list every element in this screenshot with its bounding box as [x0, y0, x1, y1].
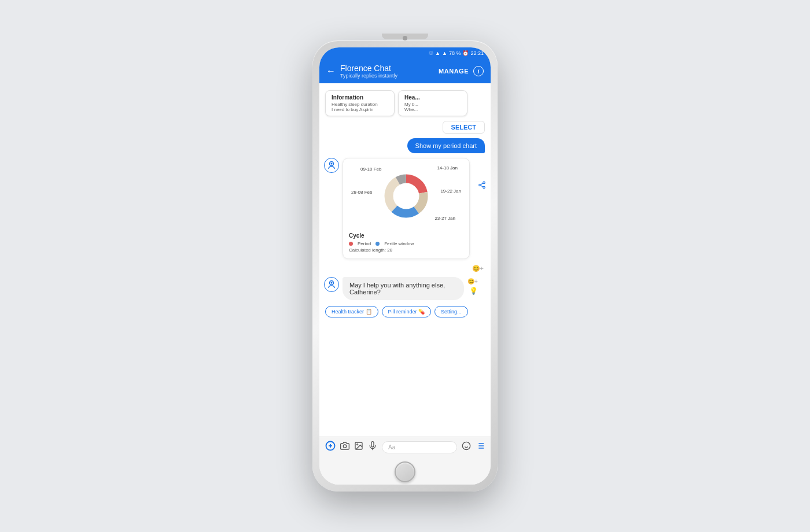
input-bar: Aa: [319, 437, 491, 457]
label-19-22-jan: 19-22 Jan: [440, 189, 461, 194]
pill-reminder-chip[interactable]: Pill reminder 💊: [382, 306, 432, 317]
quick-chips-row: Health tracker 📋 Pill reminder 💊 Setting…: [319, 302, 491, 321]
bot-avatar-text: [324, 277, 339, 292]
user-bubble: Show my period chart: [407, 138, 485, 153]
chat-title: Florence Chat: [340, 64, 434, 73]
phone-device: ☉ ▲ ▲ 78 % ⏰ 22:21 ← Florence Chat Typic…: [312, 40, 498, 492]
card-title-2: Hea...: [404, 94, 461, 101]
plus-button[interactable]: [325, 441, 336, 453]
svg-point-20: [357, 444, 358, 445]
chat-area: Information Healthy sleep duration I nee…: [319, 83, 491, 437]
chat-subtitle: Typically replies instantly: [340, 73, 434, 79]
card-line-2: I need to buy Aspirin: [332, 107, 388, 112]
status-icons: ☉ ▲ ▲ 78 % ⏰ 22:21: [429, 50, 484, 56]
svg-point-8: [483, 182, 485, 184]
period-label: Period: [358, 241, 371, 246]
select-button[interactable]: SELECT: [443, 121, 485, 134]
info-button[interactable]: i: [473, 66, 484, 76]
menu-button[interactable]: [476, 441, 485, 453]
alarm-icon: ⏰: [462, 50, 469, 56]
message-bulb-icon[interactable]: 💡: [469, 287, 478, 295]
svg-point-14: [331, 282, 333, 284]
app-header: ← Florence Chat Typically replies instan…: [319, 59, 491, 83]
camera-dot: [403, 36, 407, 40]
label-28-08-feb: 28-08 Feb: [351, 190, 372, 195]
message-actions: 😊+ 💡: [467, 277, 478, 295]
bot-text-row: May I help you with anything else, Cathe…: [319, 275, 491, 302]
chart-bot-row: 14-18 Jan 19-22 Jan 23-27 Jan 28-08 Feb …: [319, 156, 491, 265]
status-bar: ☉ ▲ ▲ 78 % ⏰ 22:21: [319, 47, 491, 59]
health-tracker-chip[interactable]: Health tracker 📋: [325, 306, 378, 317]
card-title-1: Information: [332, 94, 388, 101]
emoji-button[interactable]: [462, 441, 471, 453]
camera-button[interactable]: [340, 441, 349, 453]
home-button[interactable]: [395, 461, 415, 482]
card-line-3: My b...: [404, 102, 461, 107]
quick-reply-card-2[interactable]: Hea... My b... Whe...: [398, 90, 467, 116]
svg-point-9: [479, 184, 481, 186]
quick-reply-card-1[interactable]: Information Healthy sleep duration I nee…: [325, 90, 395, 116]
card-line-1: Healthy sleep duration: [332, 102, 388, 107]
chart-card: 14-18 Jan 19-22 Jan 23-27 Jan 28-08 Feb …: [343, 158, 470, 259]
svg-point-22: [462, 442, 470, 449]
svg-point-18: [343, 445, 346, 448]
emoji-reaction-row: 😊+: [319, 265, 491, 275]
cycle-title: Cycle: [349, 232, 463, 239]
label-23-27-jan: 23-27 Jan: [435, 216, 455, 221]
share-button-area[interactable]: [478, 158, 486, 191]
mic-button[interactable]: [368, 441, 377, 453]
svg-line-12: [481, 183, 483, 184]
home-area: [319, 457, 491, 485]
donut-chart-area: 14-18 Jan 19-22 Jan 23-27 Jan 28-08 Feb …: [349, 164, 463, 228]
card-line-4: Whe...: [404, 107, 461, 112]
bot-icon-chart: [327, 161, 336, 170]
message-input[interactable]: Aa: [382, 441, 457, 453]
select-btn-row: SELECT: [319, 119, 491, 136]
chart-legend: Cycle Period Fertile window Calculated l…: [349, 232, 463, 253]
bot-avatar-chart: [324, 158, 339, 173]
calculated-length: Calculated length: 28: [349, 247, 463, 253]
input-placeholder: Aa: [388, 444, 395, 450]
settings-chip[interactable]: Setting...: [435, 306, 468, 317]
fertile-dot: [375, 242, 380, 246]
battery-text: 78 %: [449, 50, 461, 56]
fertile-label: Fertile window: [384, 241, 414, 246]
svg-point-1: [331, 163, 333, 165]
share-icon[interactable]: [478, 181, 486, 191]
svg-point-10: [483, 186, 485, 189]
emoji-plus[interactable]: 😊+: [472, 265, 484, 272]
chart-labels: 14-18 Jan 19-22 Jan 23-27 Jan 28-08 Feb …: [349, 164, 463, 228]
message-emoji-react[interactable]: 😊+: [467, 278, 478, 285]
bot-text-bubble: May I help you with anything else, Cathe…: [343, 277, 464, 300]
wifi-icon: ▲: [435, 50, 440, 56]
back-button[interactable]: ←: [326, 66, 336, 76]
svg-line-11: [481, 186, 483, 187]
quick-replies-row: Information Healthy sleep duration I nee…: [319, 88, 491, 119]
period-dot: [349, 242, 353, 246]
bot-icon-text: [327, 280, 336, 289]
label-14-18-jan: 14-18 Jan: [437, 165, 458, 171]
legend-row-period: Period Fertile window: [349, 241, 463, 246]
user-message-row: Show my period chart: [319, 136, 491, 156]
time-display: 22:21: [470, 50, 484, 56]
phone-screen: ☉ ▲ ▲ 78 % ⏰ 22:21 ← Florence Chat Typic…: [319, 47, 491, 485]
header-title-block: Florence Chat Typically replies instantl…: [340, 64, 434, 79]
label-09-10-feb: 09-10 Feb: [360, 167, 381, 172]
accessibility-icon: ☉: [429, 50, 433, 56]
manage-button[interactable]: MANAGE: [439, 68, 469, 75]
gallery-button[interactable]: [354, 441, 363, 453]
signal-icon: ▲: [442, 50, 447, 56]
